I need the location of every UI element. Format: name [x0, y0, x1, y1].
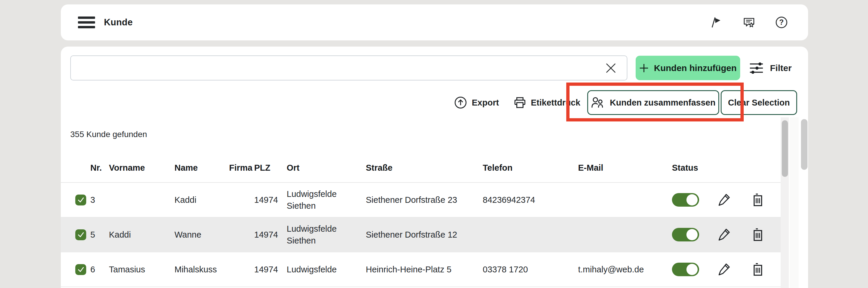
cell-name: Wanne [175, 230, 229, 240]
export-label: Export [472, 98, 499, 108]
cell-vorname: Tamasius [109, 265, 175, 275]
sliders-icon [749, 62, 764, 74]
cell-strasse: Siethener Dorfstraße 23 [366, 195, 483, 205]
feedback-icon[interactable] [743, 16, 755, 29]
delete-button[interactable] [752, 228, 764, 242]
trash-icon [752, 263, 764, 276]
menu-icon[interactable] [78, 16, 95, 28]
table-row: 6 Tamasius Mihalskuss 14974 Ludwigsfelde… [61, 252, 781, 287]
header-firma: Firma [229, 163, 254, 173]
header-strasse: Straße [366, 163, 483, 173]
edit-button[interactable] [718, 228, 731, 242]
trash-icon [752, 228, 764, 242]
export-button[interactable]: Export [452, 90, 501, 115]
topbar-right: ? [710, 4, 788, 40]
plus-icon [639, 63, 649, 73]
merge-customers-button[interactable]: Kunden zusammenfassen [587, 90, 719, 115]
table-row: 3 Kaddi 14974 Ludwigsfelde Siethen Sieth… [61, 183, 781, 218]
help-icon[interactable]: ? [775, 16, 788, 29]
header-email: E-Mail [578, 163, 672, 173]
cell-telefon: 84236942374 [483, 195, 578, 205]
cell-name: Kaddi [175, 195, 229, 205]
table-row: 5 Kaddi Wanne 14974 Ludwigsfelde Siethen… [61, 218, 781, 252]
actions-row: Export Etikettdruck Kunden zusammenfasse… [61, 90, 808, 115]
status-toggle[interactable] [672, 263, 699, 276]
edit-pencil-icon [718, 193, 731, 207]
row-checkbox[interactable] [75, 229, 86, 240]
toggle-knob [686, 264, 698, 275]
header-telefon: Telefon [483, 163, 578, 173]
header-status: Status [672, 163, 718, 173]
merge-customers-label: Kunden zusammenfassen [610, 98, 716, 108]
cell-ort: Ludwigsfelde Siethen [287, 223, 366, 246]
clear-selection-label: Clear Selection [728, 98, 790, 108]
table-body: 3 Kaddi 14974 Ludwigsfelde Siethen Sieth… [61, 183, 781, 287]
page-scrollbar-thumb[interactable] [801, 119, 807, 170]
row-checkbox[interactable] [75, 264, 86, 275]
toggle-knob [686, 229, 698, 240]
checkbox-check-icon [76, 195, 85, 204]
delete-button[interactable] [752, 263, 764, 276]
header-ort: Ort [287, 163, 366, 173]
clear-selection-button[interactable]: Clear Selection [721, 90, 797, 115]
cell-ort: Ludwigsfelde [287, 263, 366, 275]
printer-icon [514, 97, 526, 109]
cell-nr: 6 [90, 265, 109, 275]
cell-plz: 14974 [254, 230, 287, 240]
cell-plz: 14974 [254, 195, 287, 205]
page: { "topbar": { "title": "Kunde" }, "searc… [0, 0, 868, 288]
cell-vorname: Kaddi [109, 230, 175, 240]
toggle-knob [686, 194, 698, 206]
clear-search-icon[interactable] [604, 61, 618, 75]
filter-button[interactable]: Filter [748, 56, 793, 80]
table-scrollbar-thumb[interactable] [782, 120, 788, 177]
checkbox-check-icon [76, 265, 85, 274]
topbar: Kunde ? [61, 4, 808, 40]
cell-nr: 3 [90, 195, 109, 205]
status-toggle[interactable] [672, 193, 699, 207]
page-title: Kunde [104, 17, 132, 28]
edit-pencil-icon [718, 263, 731, 276]
label-print-label: Etikettdruck [531, 98, 581, 108]
filter-label: Filter [770, 63, 792, 73]
table-header-row: Nr. Vorname Name Firma PLZ Ort Straße Te… [61, 153, 781, 183]
header-name: Name [175, 163, 229, 173]
cell-strasse: Siethener Dorfstraße 12 [366, 230, 483, 240]
search-input[interactable] [70, 56, 627, 80]
header-plz: PLZ [254, 163, 287, 173]
cell-strasse: Heinrich-Heine-Platz 5 [366, 265, 483, 275]
cell-nr: 5 [90, 230, 109, 240]
edit-button[interactable] [718, 263, 731, 276]
cell-telefon: 03378 1720 [483, 265, 578, 275]
svg-text:?: ? [779, 18, 783, 26]
edit-button[interactable] [718, 193, 731, 207]
page-scrollbar-track [790, 117, 799, 288]
export-arrow-icon [454, 96, 467, 109]
label-print-button[interactable]: Etikettdruck [512, 90, 582, 115]
header-vorname: Vorname [109, 163, 175, 173]
status-toggle[interactable] [672, 228, 699, 242]
result-count: 355 Kunde gefunden [70, 130, 147, 139]
edit-pencil-icon [718, 228, 731, 242]
flag-icon[interactable] [710, 16, 723, 29]
customer-table: Nr. Vorname Name Firma PLZ Ort Straße Te… [61, 153, 781, 287]
checkbox-check-icon [76, 230, 85, 239]
add-customer-label: Kunden hinzufügen [654, 63, 737, 73]
people-icon [591, 97, 604, 108]
cell-plz: 14974 [254, 265, 287, 275]
trash-icon [752, 193, 764, 207]
cell-name: Mihalskuss [175, 265, 229, 275]
delete-button[interactable] [752, 193, 764, 207]
cell-ort: Ludwigsfelde Siethen [287, 188, 366, 212]
add-customer-button[interactable]: Kunden hinzufügen [636, 56, 740, 80]
header-nr: Nr. [90, 163, 109, 173]
cell-email: t.mihaly@web.de [578, 265, 672, 275]
main-card: Kunden hinzufügen Filter Export [61, 46, 808, 288]
row-checkbox[interactable] [75, 194, 86, 206]
topbar-left: Kunde [61, 4, 808, 40]
